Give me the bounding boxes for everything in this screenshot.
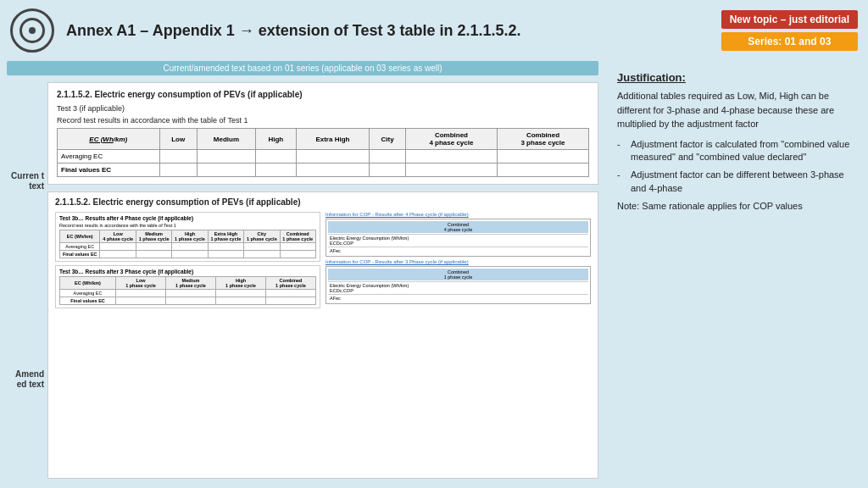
bullet-item-2: Adjustment factor can be different betwe…	[617, 169, 856, 195]
amended-left: Test 3b… Results after 4 Phase cycle (if…	[55, 212, 320, 479]
note-text: Note: Same rationale applies for COP val…	[617, 200, 856, 213]
info4-box: Combined4 phase cycle Electric Energy Co…	[326, 219, 591, 257]
amended-right: Information for COP - Results after 4 Ph…	[326, 212, 591, 479]
left-panel: Current/amended text based on 01 series …	[0, 61, 605, 488]
mini-table2-subtitle: Test 3b… Results after 3 Phase cycle (if…	[59, 269, 316, 274]
page-title: Annex A1 – Appendix 1 → extension of Tes…	[66, 22, 721, 40]
amended-label: Amend ed text	[7, 369, 44, 390]
col-low: Low	[159, 129, 197, 150]
right-panel: Justification: Additional tables require…	[605, 61, 868, 488]
col-combined3: Combined3 phase cycle	[497, 129, 588, 150]
info4-title: Information for COP - Results after 4 Ph…	[326, 212, 591, 217]
amended-doc-box: 2.1.1.5.2. Electric energy consumption o…	[47, 191, 598, 479]
current-doc-box: 2.1.1.5.2. Electric energy consumption o…	[47, 82, 598, 185]
col-high: High	[256, 129, 296, 150]
info4-row2: AFec	[328, 247, 588, 254]
table-row-averaging: Averaging EC	[58, 150, 589, 164]
info3-row2: AFec	[328, 294, 588, 302]
current-doc-title: 2.1.1.5.2. Electric energy consumption o…	[57, 90, 589, 99]
badge-new-topic: New topic – just editorial	[721, 10, 858, 29]
bullet-list: Adjustment factor is calculated from "co…	[617, 138, 856, 196]
mini-table-row: Averaging EC	[60, 243, 316, 251]
cell-final-label: Final values EC	[58, 164, 160, 177]
col-city: City	[370, 129, 406, 150]
mini-doc-table2: Test 3b… Results after 3 Phase cycle (if…	[55, 265, 320, 308]
col-combined4: Combined4 phase cycle	[405, 129, 497, 150]
current-label: Curren t text	[7, 171, 44, 191]
logo-dot	[29, 27, 36, 34]
col-extrahigh: Extra High	[296, 129, 370, 150]
info-cop-3phase: Information for COP - Results after 3 Ph…	[326, 259, 591, 304]
logo	[10, 8, 54, 53]
content-rows: Curren t text Amend ed text 2.1.1.5.2. E…	[7, 82, 598, 479]
info-cop-4phase: Information for COP - Results after 4 Ph…	[326, 212, 591, 257]
badge-series: Series: 01 and 03	[721, 32, 858, 51]
col-medium: Medium	[197, 129, 255, 150]
mini-table1-subtitle2: Record test results in accordance with t…	[59, 223, 316, 228]
info3-box: Combined1 phase cycle Electric Energy Co…	[326, 266, 591, 304]
info3-header: Combined1 phase cycle	[328, 269, 588, 280]
justification-paragraph: Additional tables required as Low, Mid, …	[617, 89, 856, 131]
logo-inner	[19, 18, 45, 43]
current-doc-subtitle2: Record test results in accordance with t…	[57, 116, 589, 125]
mini-table-row: Final values EC	[60, 297, 316, 305]
row-labels: Curren t text Amend ed text	[7, 82, 47, 479]
bullet-item-1: Adjustment factor is calculated from "co…	[617, 138, 856, 164]
info3-row1: Electric Energy Consumption (Wh/km)ECDc,…	[328, 281, 588, 294]
badge-group: New topic – just editorial Series: 01 an…	[721, 10, 858, 51]
info3-title: Information for COP - Results after 3 Ph…	[326, 259, 591, 264]
current-ec-table: EC (Wh/km) Low Medium High Extra High Ci…	[57, 128, 589, 177]
mini-table2: EC (Wh/km) Low1 phase cycle Medium1 phas…	[59, 276, 316, 305]
col-ec: EC (Wh/km)	[58, 129, 160, 150]
header: Annex A1 – Appendix 1 → extension of Tes…	[0, 0, 868, 61]
mini-table1-subtitle1: Test 3b… Results after 4 Phase cycle (if…	[59, 215, 316, 221]
info4-row1: Electric Energy Consumption (Wh/km)ECDc,…	[328, 234, 588, 247]
justification-title: Justification:	[617, 71, 856, 84]
info4-header: Combined4 phase cycle	[328, 221, 588, 233]
cell-averaging-label: Averaging EC	[58, 150, 160, 164]
mini-table1: EC (Wh/km) Low4 phase cycle Medium1 phas…	[59, 230, 316, 258]
content-area: 2.1.1.5.2. Electric energy consumption o…	[47, 82, 598, 479]
mini-table-row: Final values EC	[60, 251, 316, 258]
amended-doc-title: 2.1.1.5.2. Electric energy consumption o…	[55, 197, 591, 207]
amended-inner: Test 3b… Results after 4 Phase cycle (if…	[55, 212, 591, 479]
table-row-final: Final values EC	[58, 164, 589, 177]
mini-table-row: Averaging EC	[60, 290, 316, 297]
current-doc-subtitle1: Test 3 (if applicable)	[57, 104, 589, 113]
mini-doc-table1: Test 3b… Results after 4 Phase cycle (if…	[55, 212, 320, 262]
main-content: Current/amended text based on 01 series …	[0, 61, 868, 488]
section-header: Current/amended text based on 01 series …	[7, 61, 598, 75]
